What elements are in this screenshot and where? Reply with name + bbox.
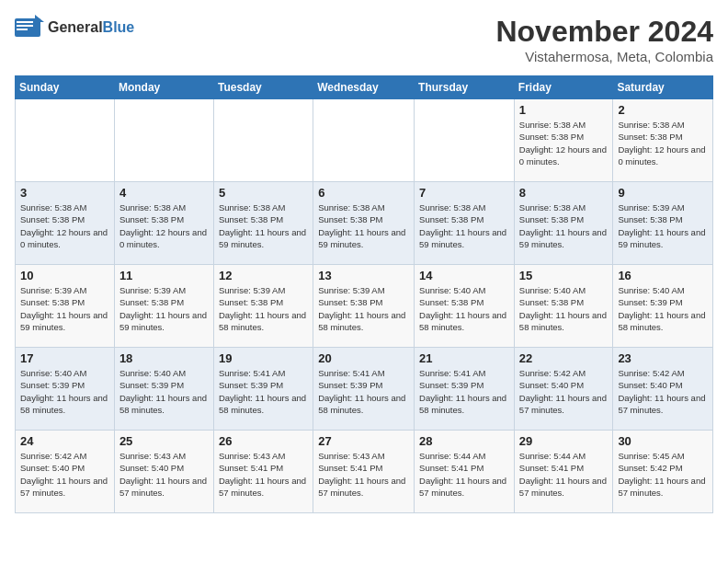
day-detail: Sunrise: 5:43 AM Sunset: 5:41 PM Dayligh… xyxy=(318,451,405,498)
day-number: 14 xyxy=(419,269,509,282)
day-number: 20 xyxy=(318,351,409,365)
day-number: 7 xyxy=(419,186,509,200)
day-number: 16 xyxy=(618,269,708,282)
day-number: 25 xyxy=(119,434,209,448)
location-subtitle: Vistahermosa, Meta, Colombia xyxy=(495,49,713,64)
day-detail: Sunrise: 5:42 AM Sunset: 5:40 PM Dayligh… xyxy=(519,368,607,415)
day-detail: Sunrise: 5:38 AM Sunset: 5:38 PM Dayligh… xyxy=(219,202,306,249)
day-detail: Sunrise: 5:41 AM Sunset: 5:39 PM Dayligh… xyxy=(419,368,506,415)
day-detail: Sunrise: 5:44 AM Sunset: 5:41 PM Dayligh… xyxy=(519,451,607,498)
day-detail: Sunrise: 5:43 AM Sunset: 5:40 PM Dayligh… xyxy=(119,451,207,498)
day-number: 21 xyxy=(419,351,509,365)
day-detail: Sunrise: 5:39 AM Sunset: 5:38 PM Dayligh… xyxy=(20,285,108,332)
week-row-2: 10Sunrise: 5:39 AM Sunset: 5:38 PM Dayli… xyxy=(16,265,713,348)
day-detail: Sunrise: 5:41 AM Sunset: 5:39 PM Dayligh… xyxy=(219,368,306,415)
calendar-cell xyxy=(114,99,213,182)
calendar-cell: 9Sunrise: 5:39 AM Sunset: 5:38 PM Daylig… xyxy=(613,182,713,265)
calendar-cell: 27Sunrise: 5:43 AM Sunset: 5:41 PM Dayli… xyxy=(313,431,415,513)
day-number: 2 xyxy=(618,103,708,117)
calendar-cell: 3Sunrise: 5:38 AM Sunset: 5:38 PM Daylig… xyxy=(16,182,115,265)
col-header-wednesday: Wednesday xyxy=(313,76,415,99)
calendar-cell: 19Sunrise: 5:41 AM Sunset: 5:39 PM Dayli… xyxy=(213,348,313,431)
day-detail: Sunrise: 5:44 AM Sunset: 5:41 PM Dayligh… xyxy=(419,451,506,498)
calendar-cell: 24Sunrise: 5:42 AM Sunset: 5:40 PM Dayli… xyxy=(16,431,115,513)
col-header-monday: Monday xyxy=(114,76,213,99)
calendar-cell: 5Sunrise: 5:38 AM Sunset: 5:38 PM Daylig… xyxy=(213,182,313,265)
day-detail: Sunrise: 5:39 AM Sunset: 5:38 PM Dayligh… xyxy=(219,285,306,332)
day-detail: Sunrise: 5:40 AM Sunset: 5:39 PM Dayligh… xyxy=(119,368,207,415)
calendar-cell: 16Sunrise: 5:40 AM Sunset: 5:39 PM Dayli… xyxy=(613,265,713,348)
week-row-0: 1Sunrise: 5:38 AM Sunset: 5:38 PM Daylig… xyxy=(16,99,713,182)
calendar-table: SundayMondayTuesdayWednesdayThursdayFrid… xyxy=(15,75,713,513)
col-header-sunday: Sunday xyxy=(16,76,115,99)
day-detail: Sunrise: 5:40 AM Sunset: 5:39 PM Dayligh… xyxy=(20,368,108,415)
svg-rect-2 xyxy=(17,21,33,23)
calendar-cell xyxy=(213,99,313,182)
day-number: 12 xyxy=(219,269,308,282)
day-detail: Sunrise: 5:38 AM Sunset: 5:38 PM Dayligh… xyxy=(519,202,607,249)
calendar-cell: 26Sunrise: 5:43 AM Sunset: 5:41 PM Dayli… xyxy=(213,431,313,513)
week-row-3: 17Sunrise: 5:40 AM Sunset: 5:39 PM Dayli… xyxy=(16,348,713,431)
calendar-cell: 17Sunrise: 5:40 AM Sunset: 5:39 PM Dayli… xyxy=(16,348,115,431)
day-detail: Sunrise: 5:42 AM Sunset: 5:40 PM Dayligh… xyxy=(618,368,705,415)
day-detail: Sunrise: 5:45 AM Sunset: 5:42 PM Dayligh… xyxy=(618,451,705,498)
day-number: 27 xyxy=(318,434,409,448)
day-detail: Sunrise: 5:39 AM Sunset: 5:38 PM Dayligh… xyxy=(618,202,705,249)
calendar-cell: 25Sunrise: 5:43 AM Sunset: 5:40 PM Dayli… xyxy=(114,431,213,513)
calendar-cell: 23Sunrise: 5:42 AM Sunset: 5:40 PM Dayli… xyxy=(613,348,713,431)
col-header-saturday: Saturday xyxy=(613,76,713,99)
day-detail: Sunrise: 5:38 AM Sunset: 5:38 PM Dayligh… xyxy=(419,202,506,249)
logo-icon xyxy=(15,15,44,40)
day-detail: Sunrise: 5:40 AM Sunset: 5:38 PM Dayligh… xyxy=(519,285,607,332)
calendar-cell: 21Sunrise: 5:41 AM Sunset: 5:39 PM Dayli… xyxy=(415,348,515,431)
calendar-cell: 10Sunrise: 5:39 AM Sunset: 5:38 PM Dayli… xyxy=(16,265,115,348)
day-detail: Sunrise: 5:38 AM Sunset: 5:38 PM Dayligh… xyxy=(318,202,405,249)
day-number: 11 xyxy=(119,269,209,282)
day-number: 28 xyxy=(419,434,509,448)
day-number: 4 xyxy=(119,186,209,200)
day-number: 8 xyxy=(519,186,609,200)
calendar-cell xyxy=(313,99,415,182)
calendar-cell: 14Sunrise: 5:40 AM Sunset: 5:38 PM Dayli… xyxy=(415,265,515,348)
calendar-cell: 28Sunrise: 5:44 AM Sunset: 5:41 PM Dayli… xyxy=(415,431,515,513)
day-detail: Sunrise: 5:40 AM Sunset: 5:38 PM Dayligh… xyxy=(419,285,506,332)
calendar-header-row: SundayMondayTuesdayWednesdayThursdayFrid… xyxy=(16,76,713,99)
week-row-4: 24Sunrise: 5:42 AM Sunset: 5:40 PM Dayli… xyxy=(16,431,713,513)
day-detail: Sunrise: 5:40 AM Sunset: 5:39 PM Dayligh… xyxy=(618,285,705,332)
day-number: 15 xyxy=(519,269,609,282)
month-title: November 2024 xyxy=(495,15,713,49)
day-number: 19 xyxy=(219,351,308,365)
day-number: 1 xyxy=(519,103,609,117)
col-header-friday: Friday xyxy=(514,76,613,99)
day-detail: Sunrise: 5:39 AM Sunset: 5:38 PM Dayligh… xyxy=(318,285,405,332)
day-detail: Sunrise: 5:42 AM Sunset: 5:40 PM Dayligh… xyxy=(20,451,108,498)
day-number: 13 xyxy=(318,269,409,282)
calendar-cell: 30Sunrise: 5:45 AM Sunset: 5:42 PM Dayli… xyxy=(613,431,713,513)
calendar-cell: 13Sunrise: 5:39 AM Sunset: 5:38 PM Dayli… xyxy=(313,265,415,348)
calendar-cell xyxy=(16,99,115,182)
day-number: 24 xyxy=(20,434,109,448)
day-number: 5 xyxy=(219,186,308,200)
logo-general: General xyxy=(48,19,103,36)
calendar-cell: 2Sunrise: 5:38 AM Sunset: 5:38 PM Daylig… xyxy=(613,99,713,182)
day-number: 17 xyxy=(20,351,109,365)
calendar-cell xyxy=(415,99,515,182)
day-number: 6 xyxy=(318,186,409,200)
logo-blue: Blue xyxy=(103,19,135,36)
calendar-cell: 1Sunrise: 5:38 AM Sunset: 5:38 PM Daylig… xyxy=(514,99,613,182)
svg-marker-1 xyxy=(35,15,44,22)
logo: General Blue xyxy=(15,15,134,40)
svg-rect-4 xyxy=(17,29,28,30)
calendar-cell: 8Sunrise: 5:38 AM Sunset: 5:38 PM Daylig… xyxy=(514,182,613,265)
day-detail: Sunrise: 5:43 AM Sunset: 5:41 PM Dayligh… xyxy=(219,451,306,498)
day-number: 30 xyxy=(618,434,708,448)
day-detail: Sunrise: 5:38 AM Sunset: 5:38 PM Dayligh… xyxy=(519,120,607,167)
calendar-cell: 7Sunrise: 5:38 AM Sunset: 5:38 PM Daylig… xyxy=(415,182,515,265)
day-number: 10 xyxy=(20,269,109,282)
col-header-tuesday: Tuesday xyxy=(213,76,313,99)
day-detail: Sunrise: 5:38 AM Sunset: 5:38 PM Dayligh… xyxy=(119,202,207,249)
svg-rect-3 xyxy=(17,25,33,27)
calendar-cell: 20Sunrise: 5:41 AM Sunset: 5:39 PM Dayli… xyxy=(313,348,415,431)
day-detail: Sunrise: 5:38 AM Sunset: 5:38 PM Dayligh… xyxy=(618,120,705,167)
col-header-thursday: Thursday xyxy=(415,76,515,99)
